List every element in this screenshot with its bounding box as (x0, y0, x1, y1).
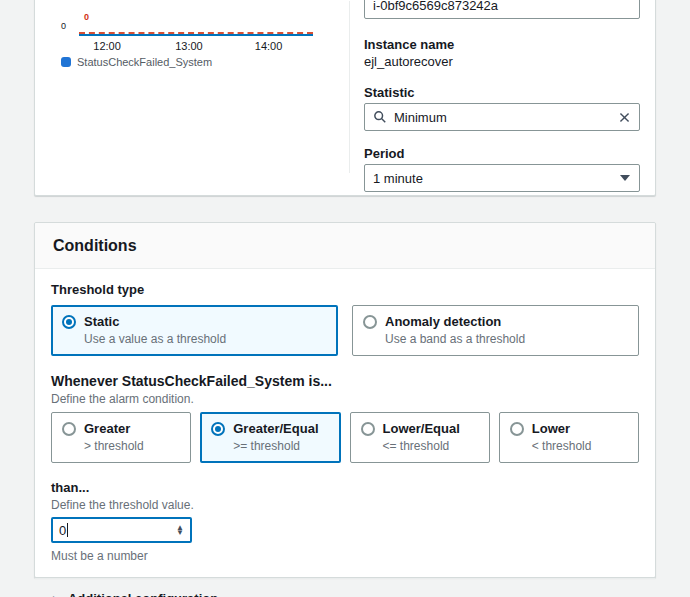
text-cursor (67, 523, 68, 537)
radio-icon[interactable] (363, 315, 377, 329)
additional-configuration-expander[interactable]: ▶ Additional configuration (35, 579, 655, 597)
whenever-label: Whenever StatusCheckFailed_System is... (51, 373, 639, 389)
chart-x-tick: 13:00 (175, 40, 203, 52)
period-label: Period (364, 146, 404, 161)
chart-x-tick: 12:00 (93, 40, 121, 52)
statistic-label: Statistic (364, 85, 415, 100)
threshold-value-input[interactable]: 0 ▲ ▼ (51, 517, 192, 543)
radio-icon[interactable] (510, 422, 524, 436)
conditions-card: Conditions Threshold type Static Use a v… (34, 222, 656, 578)
conditions-header: Conditions (35, 223, 655, 269)
instance-name-label: Instance name (364, 37, 454, 52)
search-icon (373, 110, 387, 124)
option-description: > threshold (84, 439, 180, 453)
chart-metric-series-line (79, 34, 313, 36)
option-description: >= threshold (233, 439, 329, 453)
panel-divider (349, 1, 350, 173)
threshold-type-label: Threshold type (51, 282, 639, 297)
option-label: Greater (84, 421, 130, 436)
than-label: than... (51, 480, 639, 495)
operator-lower-option[interactable]: Lower < threshold (499, 412, 639, 463)
option-label: Lower (532, 421, 570, 436)
number-stepper[interactable]: ▲ ▼ (176, 525, 184, 535)
radio-selected-icon[interactable] (211, 422, 225, 436)
option-description: < threshold (532, 439, 628, 453)
radio-icon[interactable] (62, 422, 76, 436)
option-description: <= threshold (383, 439, 479, 453)
chart-threshold-annotation-label: 0 (84, 12, 89, 22)
operator-greater-equal-option[interactable]: Greater/Equal >= threshold (200, 412, 340, 463)
option-description: Use a value as a threshold (84, 332, 327, 346)
chart-y-axis-tick: 0 (61, 21, 66, 31)
legend-label: StatusCheckFailed_System (77, 56, 212, 68)
period-value: 1 minute (373, 171, 423, 186)
instance-id-value: i-0bf9c6569c873242a (373, 0, 498, 13)
threshold-type-group: Static Use a value as a threshold Anomal… (51, 305, 639, 356)
statistic-search-input[interactable]: Minimum (364, 103, 640, 131)
operator-lower-equal-option[interactable]: Lower/Equal <= threshold (350, 412, 490, 463)
chart-x-tick: 14:00 (255, 40, 283, 52)
radio-selected-icon[interactable] (62, 315, 76, 329)
additional-configuration-label: Additional configuration (68, 591, 218, 597)
instance-id-input[interactable]: i-0bf9c6569c873242a (364, 0, 640, 19)
option-label: Lower/Equal (383, 421, 460, 436)
statistic-value: Minimum (394, 110, 618, 125)
period-select[interactable]: 1 minute (364, 164, 640, 192)
chevron-down-icon (619, 174, 631, 182)
conditions-title: Conditions (53, 237, 137, 255)
instance-name-value: ejl_autorecover (364, 54, 453, 69)
whenever-help: Define the alarm condition. (51, 392, 639, 406)
option-label: Greater/Equal (233, 421, 318, 436)
threshold-hint: Must be a number (51, 549, 639, 563)
than-help: Define the threshold value. (51, 498, 639, 512)
threshold-type-static-option[interactable]: Static Use a value as a threshold (51, 305, 338, 356)
operator-group: Greater > threshold Greater/Equal >= thr… (51, 412, 639, 463)
clear-icon[interactable] (618, 111, 631, 124)
legend-swatch-icon (61, 57, 71, 67)
option-label: Static (84, 314, 119, 329)
threshold-type-anomaly-option[interactable]: Anomaly detection Use a band as a thresh… (352, 305, 639, 356)
expander-arrow-icon: ▶ (53, 594, 60, 597)
option-description: Use a band as a threshold (385, 332, 628, 346)
chart-legend-item[interactable]: StatusCheckFailed_System (61, 56, 212, 68)
radio-icon[interactable] (361, 422, 375, 436)
operator-greater-option[interactable]: Greater > threshold (51, 412, 191, 463)
metric-preview-card: 0 0 12:00 13:00 14:00 StatusCheckFailed_… (34, 0, 656, 196)
option-label: Anomaly detection (385, 314, 501, 329)
threshold-value: 0 (59, 523, 66, 538)
stepper-down-icon[interactable]: ▼ (176, 530, 184, 535)
